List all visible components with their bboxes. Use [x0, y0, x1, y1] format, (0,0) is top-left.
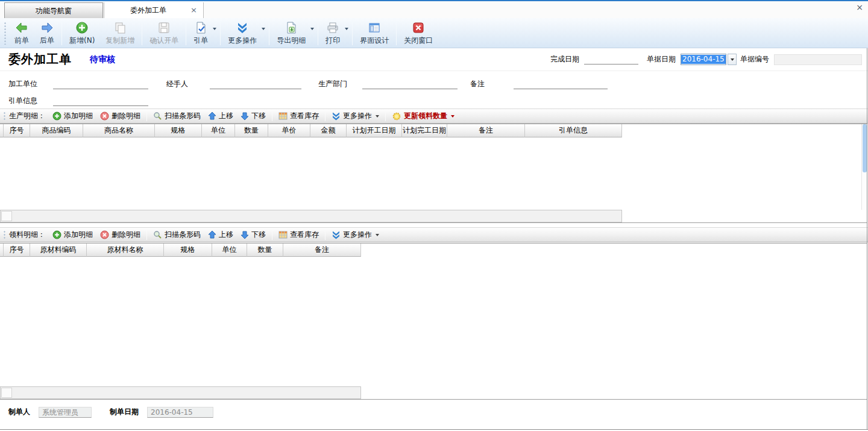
- material-grid-body[interactable]: [0, 257, 867, 374]
- production-grid-vscrollbar[interactable]: [861, 124, 867, 210]
- vscroll-thumb[interactable]: [863, 124, 867, 172]
- material-more-label: 更多操作: [343, 230, 372, 240]
- production-stock-label: 查看库存: [290, 111, 319, 121]
- column-header[interactable]: 原材料编码: [30, 244, 87, 257]
- column-header[interactable]: 数量: [235, 124, 268, 137]
- material-more-button[interactable]: 更多操作: [328, 228, 383, 242]
- production-move-down-button[interactable]: 下移: [237, 110, 269, 123]
- column-header[interactable]: 序号: [4, 124, 30, 137]
- production-section-label: 生产明细：: [9, 111, 45, 121]
- ui-design-button[interactable]: 界面设计: [354, 19, 394, 47]
- tab-close-icon[interactable]: ×: [190, 5, 197, 15]
- production-dept-field[interactable]: [362, 89, 458, 89]
- column-header[interactable]: 引单信息: [525, 124, 622, 137]
- production-scan-label: 扫描条形码: [165, 111, 201, 121]
- column-header[interactable]: 数量: [247, 244, 283, 257]
- new-button[interactable]: 新增(N): [64, 19, 100, 47]
- next-order-button[interactable]: 后单: [34, 19, 60, 47]
- production-stock-button[interactable]: 查看库存: [275, 110, 322, 123]
- hscroll-thumb[interactable]: [1, 388, 12, 398]
- window-bottom-edge: [0, 429, 868, 430]
- close-red-icon: [412, 20, 425, 36]
- material-grid-hscrollbar[interactable]: [0, 386, 361, 399]
- material-stock-label: 查看库存: [290, 230, 319, 240]
- print-button[interactable]: 打印: [320, 19, 345, 47]
- toolbar-separator: [318, 21, 318, 45]
- footer: 制单人 系统管理员 制单日期 2016-04-15: [0, 400, 868, 431]
- save-icon: [157, 20, 171, 36]
- material-move-up-button[interactable]: 上移: [204, 228, 237, 242]
- arrow-up-icon: [208, 230, 216, 239]
- production-grid-body[interactable]: [0, 137, 867, 198]
- double-chevron-down-icon: [332, 112, 341, 121]
- hscroll-thumb[interactable]: [1, 211, 12, 221]
- production-grid: 序号 商品编码 商品名称 规格 单位 数量 单价 金额 计划开工日期 计划完工日…: [0, 124, 867, 223]
- ref-info-field[interactable]: [53, 105, 148, 106]
- column-header[interactable]: 单价: [268, 124, 310, 137]
- add-circle-icon: [52, 230, 61, 239]
- close-window-button[interactable]: 关闭窗口: [398, 19, 438, 47]
- export-details-dropdown[interactable]: [309, 19, 316, 47]
- production-scan-button[interactable]: 扫描条形码: [149, 110, 204, 123]
- production-move-up-button[interactable]: 上移: [204, 110, 237, 123]
- finish-date-field[interactable]: [584, 55, 638, 64]
- section-separator: [146, 230, 147, 240]
- material-add-button[interactable]: 添加明细: [49, 228, 96, 242]
- doc-date-dropdown[interactable]: [728, 54, 737, 65]
- more-actions-button[interactable]: 更多操作: [222, 19, 262, 47]
- printer-icon: [326, 20, 339, 36]
- window-close-icon[interactable]: ×: [856, 2, 863, 12]
- document-check-icon: [194, 20, 207, 36]
- column-header[interactable]: 单位: [202, 124, 235, 137]
- column-header[interactable]: 计划开工日期: [347, 124, 402, 137]
- remark-field[interactable]: [514, 89, 608, 89]
- section-grip: [3, 230, 6, 240]
- new-label: 新增(N): [69, 36, 95, 46]
- table-grid-icon: [278, 230, 288, 239]
- doc-date-field[interactable]: 2016-04-15: [681, 54, 726, 65]
- column-header[interactable]: 序号: [4, 244, 30, 257]
- column-header[interactable]: 备注: [447, 124, 525, 137]
- more-actions-dropdown[interactable]: [260, 19, 267, 47]
- production-delete-button[interactable]: 删除明细: [96, 110, 144, 123]
- material-scan-button[interactable]: 扫描条形码: [149, 228, 204, 242]
- material-grid: 序号 原材料编码 原材料名称 规格 单位 数量 备注: [0, 243, 867, 400]
- column-header[interactable]: 金额: [310, 124, 347, 137]
- production-grid-hscrollbar[interactable]: [0, 210, 622, 222]
- column-header[interactable]: 计划完工日期: [402, 124, 447, 137]
- update-material-qty-button[interactable]: 更新领料数量: [388, 110, 458, 123]
- column-header[interactable]: 单位: [212, 244, 247, 257]
- doc-no-field[interactable]: [774, 54, 862, 65]
- production-more-button[interactable]: 更多操作: [328, 110, 383, 123]
- window-layout-icon: [368, 20, 381, 36]
- toolbar-separator: [220, 21, 221, 45]
- section-separator: [325, 111, 326, 121]
- tab-function-nav[interactable]: 功能导航窗: [4, 2, 103, 19]
- production-add-button[interactable]: 添加明细: [49, 110, 96, 123]
- create-date-field: 2016-04-15: [147, 407, 213, 418]
- column-header[interactable]: 原材料名称: [87, 244, 164, 257]
- section-separator: [272, 111, 272, 121]
- delete-circle-icon: [100, 230, 109, 239]
- column-header[interactable]: 备注: [283, 244, 361, 257]
- print-dropdown[interactable]: [343, 19, 350, 47]
- handler-field[interactable]: [210, 89, 301, 89]
- ui-design-label: 界面设计: [360, 36, 389, 46]
- prev-order-button[interactable]: 前单: [9, 19, 34, 47]
- column-header[interactable]: 规格: [164, 244, 212, 257]
- page-title: 委外加工单: [8, 51, 72, 68]
- column-header[interactable]: 商品编码: [30, 124, 83, 137]
- material-move-down-button[interactable]: 下移: [237, 228, 269, 242]
- material-stock-button[interactable]: 查看库存: [275, 228, 322, 242]
- processing-unit-field[interactable]: [53, 89, 148, 89]
- material-delete-button[interactable]: 删除明细: [96, 228, 144, 242]
- pull-order-button[interactable]: 引单: [188, 19, 213, 47]
- pull-order-dropdown[interactable]: [211, 19, 218, 47]
- column-header[interactable]: 规格: [155, 124, 202, 137]
- column-header[interactable]: 商品名称: [83, 124, 155, 137]
- tab-outsourcing-order[interactable]: 委外加工单 ×: [104, 2, 204, 19]
- arrow-right-icon: [40, 20, 54, 36]
- export-details-button[interactable]: 导出明细: [271, 19, 311, 47]
- arrow-up-icon: [208, 112, 216, 121]
- production-move-down-label: 下移: [251, 111, 266, 121]
